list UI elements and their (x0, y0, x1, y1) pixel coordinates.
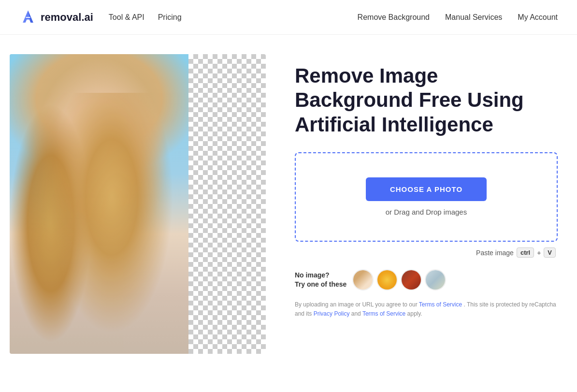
footer-legal: By uploading an image or URL you agree t… (295, 300, 558, 319)
logo-icon (19, 9, 37, 26)
legal-prefix: By uploading an image or URL you agree t… (295, 301, 419, 308)
hero-photo (10, 54, 188, 354)
sample-thumb-car[interactable] (376, 269, 398, 290)
nav-manual-services[interactable]: Manual Services (445, 13, 502, 22)
sample-thumb-dog[interactable] (425, 269, 446, 290)
legal-and: and (349, 310, 362, 317)
paste-label: Paste image (476, 249, 514, 257)
legal-suffix: apply. (405, 310, 422, 317)
nav-left: Tool & API Pricing (109, 13, 182, 22)
privacy-link[interactable]: Privacy Policy (314, 310, 350, 317)
plus-sign: + (537, 249, 541, 257)
nav-tool-api[interactable]: Tool & API (109, 13, 144, 22)
no-image-row: No image? Try one of these (295, 269, 558, 290)
sample-thumb-person[interactable] (352, 269, 374, 290)
paste-row: Paste image ctrl + V (295, 247, 558, 258)
ctrl-key: ctrl (517, 247, 534, 258)
terms-link-2[interactable]: Terms of Service (362, 310, 405, 317)
thumb-dog-img (426, 270, 445, 290)
hero-image-container (10, 54, 266, 354)
choose-photo-button[interactable]: CHOOSE A PHOTO (366, 177, 487, 201)
nav-pricing[interactable]: Pricing (158, 13, 182, 22)
thumb-bag-img (402, 270, 421, 290)
nav-remove-bg[interactable]: Remove Background (358, 13, 430, 22)
terms-link-1[interactable]: Terms of Service (419, 301, 462, 308)
dropzone[interactable]: CHOOSE A PHOTO or Drag and Drop images (295, 152, 558, 242)
sample-thumbnails (352, 269, 446, 290)
hero-title: Remove Image Background Free Using Artif… (295, 64, 558, 137)
hero-form: Remove Image Background Free Using Artif… (295, 54, 558, 319)
v-key: V (544, 247, 556, 258)
logo-text: removal.ai (41, 11, 93, 24)
header-left: removal.ai Tool & API Pricing (19, 9, 182, 26)
logo[interactable]: removal.ai (19, 9, 93, 26)
sample-thumb-bag[interactable] (401, 269, 422, 290)
thumb-person-img (353, 270, 373, 290)
header: removal.ai Tool & API Pricing Remove Bac… (0, 0, 577, 35)
nav-my-account[interactable]: My Account (518, 13, 558, 22)
no-image-text: No image? Try one of these (295, 271, 346, 290)
header-right: Remove Background Manual Services My Acc… (358, 13, 558, 22)
thumb-car-img (377, 270, 397, 290)
main-content: Remove Image Background Free Using Artif… (0, 35, 577, 373)
hair-overlay (10, 93, 188, 354)
drag-drop-text: or Drag and Drop images (386, 208, 467, 216)
